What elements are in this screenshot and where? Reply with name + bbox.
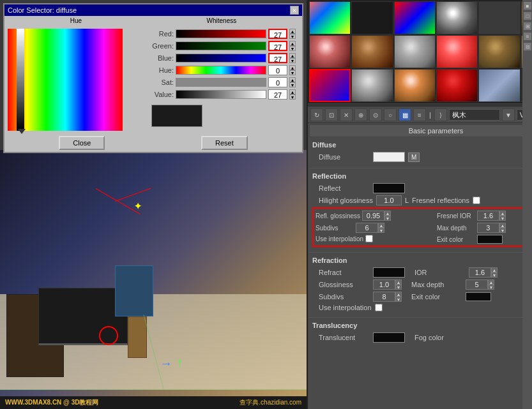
refr-use-interp-checkbox[interactable] <box>375 304 383 311</box>
red-up-btn[interactable]: ▲ <box>289 29 296 34</box>
close-button[interactable]: Close <box>59 136 105 150</box>
view-icon[interactable]: ▦ <box>399 108 411 121</box>
refr-max-depth-up[interactable]: ▲ <box>488 279 494 285</box>
blue-down-btn[interactable]: ▼ <box>289 58 296 63</box>
sidebar-icon-1[interactable]: ■ <box>523 1 532 10</box>
link-icon[interactable]: ⊕ <box>354 108 367 121</box>
thumb-10[interactable] <box>436 35 478 68</box>
hue-slider[interactable] <box>176 66 266 75</box>
color-preview-swatch[interactable] <box>151 105 202 127</box>
thumb-2[interactable] <box>351 1 393 34</box>
green-slider[interactable] <box>176 41 266 50</box>
thumb-11[interactable] <box>478 35 520 68</box>
hilight-value-input[interactable] <box>376 195 402 205</box>
subdivs-input: ▲ ▼ <box>356 223 384 233</box>
sat-up-btn[interactable]: ▲ <box>289 77 296 82</box>
gloss-value[interactable] <box>373 279 395 290</box>
sidebar-icon-2[interactable]: □ <box>523 11 532 20</box>
max-depth-down[interactable]: ▼ <box>499 228 506 233</box>
fresnel-checkbox[interactable] <box>473 197 480 204</box>
thumb-4[interactable] <box>436 1 478 34</box>
blue-slider[interactable] <box>176 54 266 63</box>
max-depth-value[interactable] <box>477 223 499 233</box>
diffuse-color-swatch[interactable] <box>373 152 405 162</box>
thumb-14[interactable] <box>351 69 393 102</box>
hue-down-btn[interactable]: ▼ <box>289 70 296 75</box>
refr-max-depth-value[interactable] <box>466 279 488 290</box>
value-down-btn[interactable]: ▼ <box>289 94 296 100</box>
red-value[interactable]: 27 <box>268 29 287 39</box>
refr-max-depth-down[interactable]: ▼ <box>488 285 494 290</box>
hue-up-btn[interactable]: ▲ <box>289 65 296 70</box>
hue-value[interactable]: 0 <box>268 65 287 75</box>
close-icon[interactable]: × <box>290 6 299 15</box>
reflect-color-swatch[interactable] <box>373 183 405 193</box>
refr-subdivs-down[interactable]: ▼ <box>395 297 402 302</box>
max-depth-up[interactable]: ▲ <box>499 223 506 228</box>
sidebar-icon-4[interactable]: ≡ <box>523 32 532 41</box>
thumb-3[interactable] <box>394 1 436 34</box>
refl-gloss-up[interactable]: ▲ <box>384 211 391 216</box>
refr-subdivs-up[interactable]: ▲ <box>395 292 402 297</box>
sat-down-btn[interactable]: ▼ <box>289 82 296 87</box>
search-icon[interactable]: ⊙ <box>369 108 382 121</box>
thumb-7[interactable] <box>309 35 351 68</box>
nav-icon[interactable]: ⟩ <box>434 108 447 121</box>
refr-subdivs-value[interactable] <box>373 292 395 302</box>
ior-value[interactable] <box>469 267 491 278</box>
fresnel-ior-label: Fresnel IOR <box>437 212 475 219</box>
more-icon[interactable]: ≡ <box>413 108 426 121</box>
subdivs-up[interactable]: ▲ <box>378 223 384 228</box>
dropdown-arrow-icon[interactable]: ▼ <box>502 108 515 121</box>
thumb-8[interactable] <box>351 35 393 68</box>
fresnel-ior-value[interactable] <box>477 211 499 221</box>
value-slider[interactable] <box>176 90 266 99</box>
red-slider[interactable] <box>176 29 266 38</box>
translucent-swatch[interactable] <box>373 332 405 343</box>
ior-up[interactable]: ▲ <box>491 267 498 272</box>
material-select-icon[interactable]: ⊡ <box>325 108 338 121</box>
value-up-btn[interactable]: ▲ <box>289 89 296 94</box>
refl-gloss-value[interactable] <box>362 211 384 221</box>
blackness-strip[interactable] <box>17 29 24 131</box>
refr-exit-swatch[interactable] <box>466 292 491 301</box>
thumbnail-scrollbar[interactable] <box>308 104 532 107</box>
section-header: Basic parameters <box>309 124 532 137</box>
thumb-1[interactable] <box>309 1 351 34</box>
hue-gradient[interactable] <box>8 29 123 131</box>
thumb-13[interactable] <box>309 69 351 102</box>
thumb-17[interactable] <box>478 69 520 102</box>
fresnel-ior-up[interactable]: ▲ <box>499 211 506 216</box>
thumb-9[interactable] <box>394 35 436 68</box>
value-value[interactable]: 27 <box>268 89 287 100</box>
options-icon[interactable]: ○ <box>384 108 397 121</box>
delete-icon[interactable]: ✕ <box>340 108 353 121</box>
subdivs-down[interactable]: ▼ <box>378 228 384 233</box>
sat-slider[interactable] <box>176 78 266 87</box>
refract-color-swatch[interactable] <box>373 267 405 278</box>
exit-color-swatch[interactable] <box>477 235 503 244</box>
subdivs-value[interactable] <box>356 223 378 233</box>
fresnel-ior-down[interactable]: ▼ <box>499 216 506 221</box>
sat-value[interactable]: 0 <box>268 77 287 87</box>
gloss-up[interactable]: ▲ <box>395 279 402 285</box>
green-value[interactable]: 27 <box>268 41 287 51</box>
sidebar-icon-3[interactable]: ⊞ <box>523 22 532 31</box>
reset-button[interactable]: Reset <box>201 136 248 150</box>
use-interp-checkbox[interactable] <box>365 235 373 242</box>
gloss-down[interactable]: ▼ <box>395 285 402 290</box>
refl-gloss-down[interactable]: ▼ <box>384 216 391 221</box>
thumb-15[interactable] <box>394 69 436 102</box>
material-name-input[interactable] <box>449 109 500 121</box>
blue-value[interactable]: 27 <box>268 53 287 63</box>
diffuse-m-btn[interactable]: M <box>408 152 420 162</box>
thumb-5[interactable] <box>478 1 520 34</box>
thumb-16[interactable] <box>436 69 478 102</box>
sidebar-icon-5[interactable]: ⊟ <box>523 42 532 51</box>
refresh-icon[interactable]: ↻ <box>310 108 323 121</box>
blue-up-btn[interactable]: ▲ <box>289 53 296 58</box>
green-down-btn[interactable]: ▼ <box>289 46 296 51</box>
green-up-btn[interactable]: ▲ <box>289 41 296 46</box>
red-down-btn[interactable]: ▼ <box>289 34 296 39</box>
ior-down[interactable]: ▼ <box>491 272 498 278</box>
